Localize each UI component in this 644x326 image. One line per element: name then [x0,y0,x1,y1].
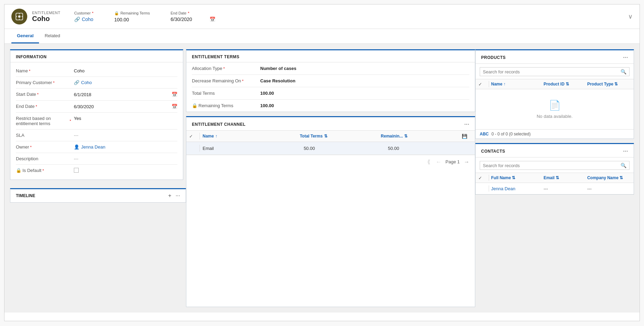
channel-check-all[interactable]: ✓ [189,134,199,139]
contacts-check-all[interactable]: ✓ [478,175,489,181]
field-owner-value[interactable]: 👤 Jenna Dean [74,144,177,150]
tab-general[interactable]: General [11,29,39,43]
channel-col-remaining-sort-icon: ⇅ [404,134,408,139]
field-primary-customer-value[interactable]: 🔗 Coho [74,80,177,85]
field-sla-label: SLA [16,133,71,138]
products-search-input[interactable] [483,69,621,74]
products-check-all[interactable]: ✓ [478,82,489,87]
channel-col-name-sort-icon: ↑ [215,134,217,139]
channel-row-name: Email [203,146,304,151]
products-panel-header: PRODUCTS ··· [476,50,634,64]
products-grid-header: ✓ Name ↑ Product ID ⇅ Product Type ⇅ [476,79,634,89]
field-name-label: Name * [16,68,71,73]
is-default-lock-icon: 🔒 [16,168,21,173]
field-owner-label: Owner * [16,144,71,150]
customer-required-star: * [92,11,94,15]
channel-row-total: 50.00 [304,146,388,151]
header-fields: Customer * 🔗 Coho 🔒 Remaining Terms 100.… [74,11,628,22]
channel-pagination: ⟪ ← Page 1 → [186,155,475,169]
contacts-row-email: --- [544,186,587,191]
customer-link-icon: 🔗 [74,17,80,22]
products-more-button[interactable]: ··· [623,54,628,61]
products-grid-footer: ABC 0 - 0 of 0 (0 selected) [476,129,634,139]
start-date-calendar-icon[interactable]: 📅 [172,92,177,97]
contacts-col-email[interactable]: Email ⇅ [544,175,587,180]
timeline-more-button[interactable]: ··· [176,193,180,199]
terms-allocation-label: Allocation Type * [192,66,257,71]
field-name-value[interactable]: Coho [74,68,177,73]
end-date-calendar-icon[interactable]: 📅 [209,17,215,22]
end-date-field: End Date * 6/30/2020 📅 [170,11,215,22]
contacts-col-company-sort: ⇅ [619,175,623,180]
field-owner: Owner * 👤 Jenna Dean [16,141,177,153]
products-col-product-id[interactable]: Product ID ⇅ [544,82,587,86]
channel-col-total-terms[interactable]: Total Terms ⇅ [300,134,381,139]
terms-decrease-value: Case Resolution [260,78,469,83]
products-col-type-sort: ⇅ [614,82,618,86]
contacts-search-icon: 🔍 [621,163,626,168]
channel-page-label: Page 1 [446,159,460,164]
products-no-data-message: No data available. [537,114,573,119]
channel-table-row: Email 50.00 50.00 [186,142,475,155]
channel-first-page-button[interactable]: ⟪ [426,158,432,166]
is-default-checkbox[interactable] [74,168,79,173]
entity-type-label: ENTITLEMENT [32,11,60,15]
field-description: Description --- [16,153,177,165]
channel-col-remaining[interactable]: Remainin... ⇅ [381,134,462,139]
channel-next-page-button[interactable]: → [462,158,471,166]
contacts-row-name[interactable]: Jenna Dean [491,186,544,191]
channel-row-remaining: 50.00 [388,146,472,151]
products-col-id-sort: ⇅ [566,82,569,86]
svg-point-1 [18,16,21,18]
customer-field: Customer * 🔗 Coho [74,11,94,22]
terms-allocation-type: Allocation Type * Number of cases [192,62,469,75]
terms-allocation-value: Number of cases [260,66,469,71]
contacts-col-company-name[interactable]: Company Name ⇅ [587,175,631,180]
terms-remaining-value: 100.00 [260,103,469,108]
remaining-lock-icon: 🔒 [114,11,119,16]
timeline-title: Timeline [16,193,35,198]
contacts-grid-header: ✓ Full Name ⇅ Email ⇅ Company Name ⇅ [476,173,634,183]
contacts-search-input[interactable] [483,163,621,168]
entity-logo [11,9,27,24]
channel-col-total-sort-icon: ⇅ [324,134,328,139]
terms-remaining-label: 🔒 Remaining Terms [192,103,257,108]
entitlement-terms-header: ENTITLEMENT TERMS [186,50,475,62]
field-primary-customer-label: Primary Customer * [16,80,71,85]
products-col-name[interactable]: Name ↑ [491,82,544,86]
products-search-icon: 🔍 [621,69,626,74]
remaining-terms-label: 🔒 Remaining Terms [114,11,150,16]
terms-decrease-label: Decrease Remaining On * [192,78,257,83]
channel-save-icon[interactable]: 💾 [462,134,472,139]
channel-col-name[interactable]: Name ↑ [203,134,300,139]
products-search-bar[interactable]: 🔍 [480,67,630,76]
contacts-col-name-sort: ⇅ [512,175,515,180]
channel-prev-page-button[interactable]: ← [435,158,443,166]
information-panel: INFORMATION Name * Coho Primary Customer… [10,49,183,180]
contacts-panel-header: CONTACTS ··· [476,144,634,157]
entitlement-channel-header: ENTITLEMENT CHANNEL ··· [186,117,475,131]
field-name: Name * Coho [16,65,177,77]
contacts-table-row: Jenna Dean --- --- [476,183,634,194]
end-date-required-star: * [188,11,189,15]
primary-customer-link-icon: 🔗 [74,80,79,85]
field-is-default-value[interactable] [74,168,177,174]
end-date-cal-icon[interactable]: 📅 [172,104,177,109]
tab-related[interactable]: Related [39,29,66,43]
channel-more-button[interactable]: ··· [464,121,469,128]
field-restrict-value: Yes [74,116,177,121]
header-title-block: ENTITLEMENT Coho [32,11,60,23]
end-date-value: 6/30/2020 📅 [170,17,215,22]
field-start-date-label: Start Date * [16,92,71,97]
terms-total-terms: Total Terms 100.00 [192,87,469,100]
entity-logo-icon [15,12,24,21]
products-col-product-type[interactable]: Product Type ⇅ [587,82,631,86]
contacts-col-full-name[interactable]: Full Name ⇅ [491,175,544,180]
contacts-more-button[interactable]: ··· [623,148,628,154]
field-primary-customer: Primary Customer * 🔗 Coho [16,77,177,89]
customer-value[interactable]: 🔗 Coho [74,17,94,22]
header-expand-button[interactable]: ∨ [628,13,633,20]
timeline-add-button[interactable]: + [168,193,171,199]
products-abc-button[interactable]: ABC [480,132,489,136]
contacts-search-bar[interactable]: 🔍 [480,161,630,170]
